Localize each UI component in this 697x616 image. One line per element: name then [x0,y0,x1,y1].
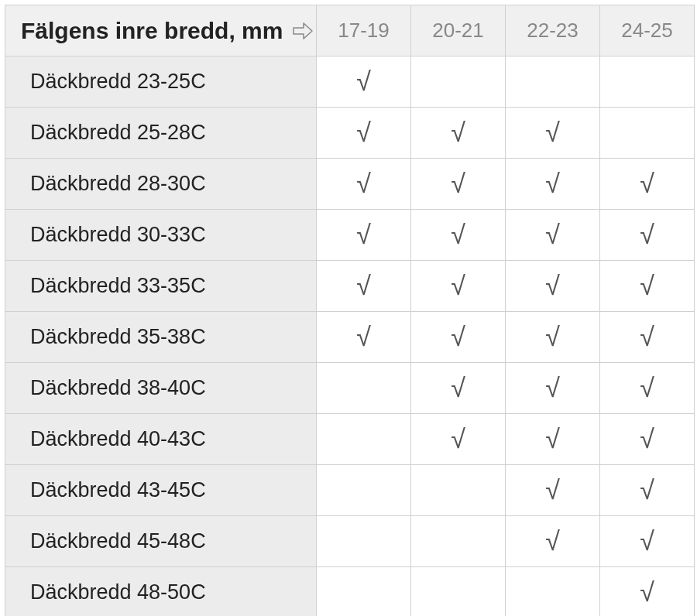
checkmark-icon: √ [545,118,560,147]
table-row: Däckbredd 25-28C√√√ [5,108,695,159]
data-cell [317,465,411,516]
row-header-label: Däckbredd 23-25C [30,70,206,93]
data-cell: √ [506,210,600,261]
row-header-cell: Däckbredd 38-40C [5,363,317,414]
checkmark-icon: √ [451,118,465,147]
column-header-label: 20-21 [432,19,484,42]
data-cell: √ [411,159,506,210]
column-header: 17-19 [317,5,411,56]
data-cell: √ [600,516,695,567]
checkmark-icon: √ [356,271,371,300]
data-cell: √ [506,108,600,159]
row-header-cell: Däckbredd 25-28C [5,108,317,159]
row-header-label: Däckbredd 45-48C [30,529,206,553]
data-cell: √ [600,567,695,617]
row-header-label: Däckbredd 40-43C [30,427,206,450]
row-header-cell: Däckbredd 33-35C [5,261,317,312]
data-cell: √ [411,261,506,312]
table-row: Däckbredd 23-25C√ [5,56,695,108]
data-cell: √ [411,108,506,159]
checkmark-icon: √ [545,220,560,249]
row-header-label: Däckbredd 25-28C [30,121,206,144]
checkmark-icon: √ [640,577,654,607]
checkmark-icon: √ [640,169,654,198]
table-row: Däckbredd 43-45C√√ [5,465,695,516]
data-cell [411,465,506,516]
row-header-label: Däckbredd 48-50C [30,580,206,604]
checkmark-icon: √ [640,424,654,453]
table-row: Däckbredd 45-48C√√ [5,516,695,567]
data-cell: √ [317,108,411,159]
row-header-cell: Däckbredd 30-33C [5,210,317,261]
data-cell [317,363,411,414]
table-row: Däckbredd 30-33C√√√√ [5,210,695,261]
data-cell: √ [506,159,600,210]
checkmark-icon: √ [545,424,560,453]
row-header-cell: Däckbredd 28-30C [5,159,317,210]
data-cell: √ [317,261,411,312]
data-cell [506,567,600,617]
data-cell: √ [411,312,506,363]
data-cell: √ [600,159,695,210]
checkmark-icon: √ [451,373,465,402]
checkmark-icon: √ [356,220,371,249]
data-cell: √ [317,56,411,108]
data-cell: √ [506,465,600,516]
data-cell: √ [600,210,695,261]
checkmark-icon: √ [545,526,560,556]
data-cell: √ [600,465,695,516]
checkmark-icon: √ [356,118,371,147]
table-row: Däckbredd 48-50C√ [5,567,695,617]
data-cell: √ [600,414,695,465]
data-cell [411,56,506,108]
compatibility-table: Fälgens inre bredd, mm 17-19 20-21 22-23 [5,5,695,616]
checkmark-icon: √ [545,322,560,351]
row-header-label: Däckbredd 28-30C [30,172,206,195]
data-cell [411,567,506,617]
data-cell [506,56,600,108]
corner-header-label: Fälgens inre bredd, mm [21,18,283,44]
checkmark-icon: √ [640,220,654,249]
data-cell: √ [317,312,411,363]
table-row: Däckbredd 28-30C√√√√ [5,159,695,210]
checkmark-icon: √ [545,271,560,300]
checkmark-icon: √ [356,322,371,351]
row-header-cell: Däckbredd 43-45C [5,465,317,516]
data-cell [600,56,695,108]
corner-header-cell: Fälgens inre bredd, mm [5,5,317,56]
checkmark-icon: √ [640,475,654,505]
row-header-cell: Däckbredd 48-50C [5,567,317,617]
data-cell: √ [411,414,506,465]
checkmark-icon: √ [451,271,465,300]
table-row: Däckbredd 33-35C√√√√ [5,261,695,312]
checkmark-icon: √ [451,424,465,453]
column-header: 20-21 [411,5,506,56]
checkmark-icon: √ [451,169,465,198]
row-header-cell: Däckbredd 40-43C [5,414,317,465]
data-cell [411,516,506,567]
data-cell: √ [600,363,695,414]
data-cell [317,567,411,617]
column-header-label: 22-23 [527,19,579,42]
row-header-label: Däckbredd 35-38C [30,325,206,348]
checkmark-icon: √ [545,475,560,505]
data-cell: √ [506,363,600,414]
row-header-cell: Däckbredd 35-38C [5,312,317,363]
checkmark-icon: √ [640,271,654,300]
checkmark-icon: √ [545,373,560,402]
checkmark-icon: √ [545,169,560,198]
checkmark-icon: √ [356,67,371,96]
checkmark-icon: √ [451,322,465,351]
row-header-cell: Däckbredd 23-25C [5,56,317,108]
data-cell: √ [506,414,600,465]
data-cell: √ [506,516,600,567]
data-cell: √ [317,210,411,261]
row-header-label: Däckbredd 33-35C [30,274,206,297]
data-cell: √ [600,312,695,363]
data-cell [317,414,411,465]
table-row: Däckbredd 38-40C√√√ [5,363,695,414]
data-cell: √ [411,210,506,261]
data-cell: √ [411,363,506,414]
checkmark-icon: √ [451,220,465,249]
arrow-right-icon [292,22,314,40]
